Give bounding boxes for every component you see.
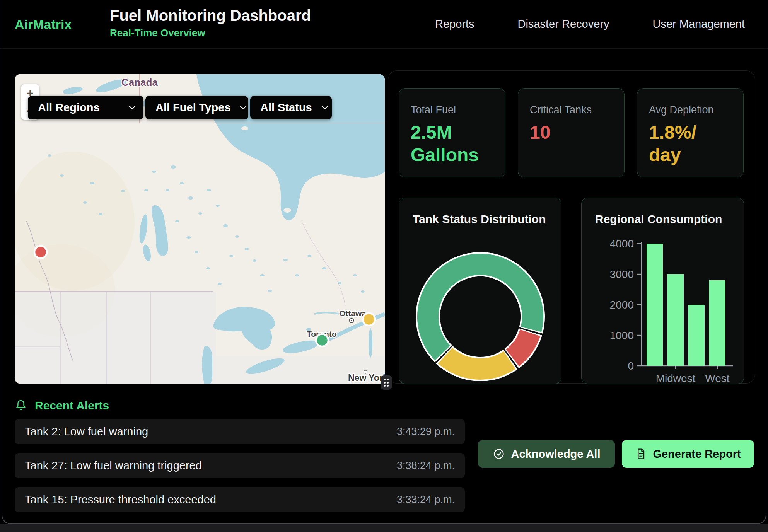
- stat-label: Critical Tanks: [530, 104, 613, 116]
- fuel-tank-map[interactable]: Canada Ottawa Toronto New York + −: [15, 74, 385, 384]
- map-label-canada: Canada: [121, 77, 158, 88]
- nav-user-management[interactable]: User Management: [652, 18, 745, 31]
- fuel-monitoring-dashboard: AirMatrix Fuel Monitoring Dashboard Real…: [0, 0, 768, 532]
- status-filter-dropdown[interactable]: All Status: [250, 96, 332, 119]
- map-resize-handle[interactable]: [381, 375, 392, 390]
- ottawa-town-marker: [350, 319, 354, 323]
- page-title: Fuel Monitoring Dashboard: [110, 6, 311, 25]
- stat-card-critical-tanks: Critical Tanks 10: [518, 88, 625, 177]
- bell-icon: [15, 399, 27, 412]
- check-circle-icon: [493, 448, 505, 460]
- title-block: Fuel Monitoring Dashboard Real-Time Over…: [110, 6, 311, 39]
- chevron-down-icon: [129, 106, 136, 110]
- regional-consumption-bar-chart: 01000200030004000MidwestWest: [582, 198, 744, 384]
- tank-marker-critical[interactable]: [34, 246, 47, 258]
- status-filter-value: All Status: [260, 101, 312, 114]
- stat-label: Avg Depletion: [649, 104, 732, 116]
- map-filters: All Regions All Fuel Types All Status: [28, 96, 332, 119]
- svg-text:3000: 3000: [610, 268, 634, 280]
- stat-value: 2.5MGallons: [411, 121, 493, 166]
- stat-value: 10: [530, 121, 613, 144]
- map-canvas: Canada Ottawa Toronto New York: [15, 74, 385, 384]
- acknowledge-all-label: Acknowledge All: [511, 448, 601, 460]
- generate-report-button[interactable]: Generate Report: [622, 440, 754, 468]
- alert-row[interactable]: Tank 15: Pressure threshold exceeded 3:3…: [15, 487, 465, 512]
- stat-card-avg-depletion: Avg Depletion 1.8%/day: [637, 88, 744, 177]
- alert-row[interactable]: Tank 2: Low fuel warning 3:43:29 p.m.: [15, 419, 465, 444]
- alert-message: Tank 2: Low fuel warning: [25, 425, 148, 438]
- svg-text:2000: 2000: [610, 299, 634, 311]
- main-nav: Reports Disaster Recovery User Managemen…: [435, 0, 745, 48]
- fuel-type-filter-value: All Fuel Types: [155, 101, 230, 114]
- recent-alerts-header: Recent Alerts: [15, 399, 109, 412]
- svg-text:West: West: [705, 372, 729, 384]
- bottom-strip: [0, 524, 768, 532]
- header: AirMatrix Fuel Monitoring Dashboard Real…: [0, 0, 768, 49]
- region-filter-dropdown[interactable]: All Regions: [28, 96, 143, 119]
- app-logo: AirMatrix: [15, 17, 72, 32]
- regional-consumption-card: Regional Consumption 01000200030004000Mi…: [581, 198, 744, 384]
- metrics-panel: Total Fuel 2.5MGallons Critical Tanks 10…: [388, 70, 755, 384]
- tank-status-donut-chart: [399, 198, 562, 384]
- recent-alerts-title: Recent Alerts: [35, 399, 109, 412]
- region-filter-value: All Regions: [38, 101, 100, 114]
- alert-row[interactable]: Tank 27: Low fuel warning triggered 3:38…: [15, 453, 465, 478]
- svg-text:1000: 1000: [610, 329, 634, 341]
- alert-timestamp: 3:43:29 p.m.: [397, 426, 455, 438]
- page-subtitle: Real-Time Overview: [110, 27, 311, 39]
- alert-timestamp: 3:33:24 p.m.: [397, 494, 455, 506]
- alert-message: Tank 27: Low fuel warning triggered: [25, 459, 202, 472]
- map-label-new-york: New York: [348, 373, 385, 383]
- tank-status-distribution-card: Tank Status Distribution: [399, 198, 561, 384]
- alert-message: Tank 15: Pressure threshold exceeded: [25, 493, 216, 506]
- alert-timestamp: 3:38:24 p.m.: [397, 460, 455, 472]
- stat-card-total-fuel: Total Fuel 2.5MGallons: [399, 88, 505, 177]
- document-icon: [635, 448, 647, 460]
- generate-report-label: Generate Report: [653, 448, 741, 460]
- acknowledge-all-button[interactable]: Acknowledge All: [478, 440, 615, 468]
- svg-text:Midwest: Midwest: [656, 372, 696, 384]
- stat-label: Total Fuel: [411, 104, 493, 116]
- map-label-ottawa: Ottawa: [339, 309, 366, 318]
- nav-reports[interactable]: Reports: [435, 18, 474, 31]
- nav-disaster-recovery[interactable]: Disaster Recovery: [518, 18, 609, 31]
- tank-marker-warning[interactable]: [363, 313, 375, 326]
- chevron-down-icon: [240, 106, 247, 110]
- svg-text:4000: 4000: [610, 238, 634, 250]
- new-york-town-marker: [364, 370, 367, 373]
- tank-marker-normal[interactable]: [316, 334, 328, 346]
- chevron-down-icon: [321, 106, 328, 110]
- stat-value: 1.8%/day: [649, 121, 732, 166]
- fuel-type-filter-dropdown[interactable]: All Fuel Types: [145, 96, 248, 119]
- svg-text:0: 0: [628, 360, 634, 372]
